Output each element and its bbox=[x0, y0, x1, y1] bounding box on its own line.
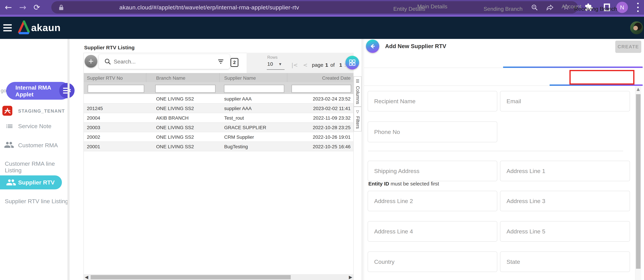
browser-menu-kebab-icon[interactable] bbox=[637, 3, 639, 12]
address-line-5-field bbox=[500, 221, 630, 242]
people-icon bbox=[4, 140, 14, 149]
filter-input-created-date[interactable] bbox=[292, 85, 351, 93]
url-text: akaun.cloud/#/applet/tnt/wavelet/erp/int… bbox=[119, 1, 299, 13]
add-record-button[interactable]: + bbox=[85, 55, 97, 68]
phone-no-input[interactable] bbox=[368, 122, 497, 142]
browser-forward-icon[interactable]: → bbox=[19, 0, 26, 15]
country-input[interactable] bbox=[368, 252, 497, 272]
address-line-2-field bbox=[368, 191, 497, 211]
filter-funnel-icon: ▽ bbox=[356, 110, 360, 114]
sidebar-collapse-button[interactable] bbox=[59, 83, 74, 98]
people-icon-white bbox=[6, 178, 16, 187]
subtab-receiving-branch[interactable]: Receiving Branch bbox=[574, 6, 617, 12]
table-row[interactable]: ONE LIVING SS2 supplier AAA 2023-02-24 2… bbox=[84, 94, 353, 104]
table-row[interactable]: 201245 ONE LIVING SS2 supplier AAA 2023-… bbox=[84, 104, 353, 113]
email-field bbox=[500, 91, 630, 111]
plus-icon: + bbox=[88, 56, 94, 66]
email-input[interactable] bbox=[500, 91, 630, 111]
nav-menu-icon[interactable] bbox=[2, 23, 13, 32]
akaun-logo-icon bbox=[17, 20, 30, 35]
table-row[interactable]: 20001 ONE LIVING SS2 BugTesting 2022-10-… bbox=[84, 142, 353, 151]
tenant-logo-icon bbox=[2, 106, 12, 116]
total-pages: 1 bbox=[339, 62, 342, 68]
address-line-1-input[interactable] bbox=[500, 161, 630, 181]
sidebar-item-supplier-rtv-label: Supplier RTV bbox=[18, 179, 54, 186]
column-header-supplier-name[interactable]: Supplier Name bbox=[224, 75, 256, 81]
chevron-down-icon[interactable]: ▾ bbox=[279, 61, 281, 67]
vscroll-thumb[interactable] bbox=[636, 94, 640, 269]
entity-id-hint: Entity ID must be selected first bbox=[368, 181, 439, 187]
sidebar-item-supplier-rtv-line-listing[interactable]: Supplier RTV line Listing bbox=[5, 198, 68, 205]
current-page: 1 bbox=[325, 62, 328, 68]
address-line-2-input[interactable] bbox=[368, 191, 497, 211]
recipient-name-field bbox=[368, 91, 497, 111]
table-row[interactable]: 20003 ONE LIVING SS2 GRACE SUPPLIER 2022… bbox=[84, 123, 353, 132]
tenant-name: STAGING_TENANT bbox=[18, 109, 65, 114]
column-header-created-date[interactable]: Created Date bbox=[322, 75, 350, 81]
table-header-row: Supplier RTV No Branch Name Supplier Nam… bbox=[84, 73, 353, 82]
address-line-3-field bbox=[500, 191, 630, 211]
shipping-address-input[interactable] bbox=[368, 161, 497, 181]
filter-list-icon[interactable] bbox=[217, 58, 224, 65]
table-row[interactable]: 20002 ONE LIVING SS2 CRM Supplier 2022-1… bbox=[84, 132, 353, 142]
panel-divider bbox=[362, 39, 362, 280]
address-line-3-input[interactable] bbox=[500, 191, 630, 211]
browser-profile-badge[interactable]: N bbox=[616, 2, 628, 13]
prev-page-button[interactable]: < bbox=[303, 62, 308, 68]
state-field bbox=[500, 252, 630, 272]
filters-side-tab[interactable]: ▽ Filters bbox=[354, 107, 362, 132]
active-tab-underline bbox=[503, 67, 643, 68]
table-filter-row bbox=[84, 82, 353, 94]
grid-icon bbox=[349, 59, 356, 66]
scroll-up-icon[interactable]: ▲ bbox=[635, 87, 641, 91]
sidebar-scrollbar[interactable] bbox=[68, 39, 70, 280]
filter-input-supplier-name[interactable] bbox=[224, 85, 284, 93]
filter-input-branch-name[interactable] bbox=[155, 85, 216, 93]
grid-view-button[interactable] bbox=[346, 56, 359, 69]
sidebar-item-customer-rma-line-listing[interactable]: Customer RMA line Listing bbox=[5, 160, 70, 174]
entity-id-hint-rest: must be selected first bbox=[389, 181, 439, 186]
search-box bbox=[99, 54, 230, 69]
app-navbar: akaun bbox=[0, 17, 644, 39]
address-line-1-field bbox=[500, 161, 630, 181]
lock-icon bbox=[58, 4, 64, 11]
first-page-button[interactable]: |< bbox=[292, 62, 298, 68]
country-field bbox=[368, 252, 497, 272]
hscroll-thumb[interactable] bbox=[91, 275, 291, 279]
sidebar-item-service-note[interactable]: Service Note bbox=[18, 123, 52, 130]
address-line-4-input[interactable] bbox=[368, 221, 497, 241]
page-title: Supplier RTV Listing bbox=[84, 45, 134, 50]
duplicate-view-icon[interactable]: 2 bbox=[230, 58, 238, 67]
search-input[interactable] bbox=[114, 59, 203, 65]
pagination-toolbar bbox=[246, 53, 354, 73]
panel-title: Add New Supplier RTV bbox=[385, 43, 446, 49]
rows-select-underline bbox=[267, 69, 284, 70]
create-button[interactable]: CREATE bbox=[615, 41, 641, 53]
address-line-5-input[interactable] bbox=[500, 221, 630, 241]
browser-reload-icon[interactable]: ⟳ bbox=[34, 0, 40, 15]
rows-per-page-label: Rows bbox=[267, 55, 278, 60]
back-button[interactable] bbox=[366, 40, 379, 53]
subtab-sending-branch[interactable]: Sending Branch bbox=[484, 6, 522, 12]
column-header-branch-name[interactable]: Branch Name bbox=[156, 75, 185, 81]
page-word: page bbox=[312, 62, 323, 68]
scroll-left-icon[interactable]: ◀ bbox=[85, 275, 88, 280]
filter-input-supplier-rtv-no[interactable] bbox=[88, 85, 144, 93]
zoom-out-icon[interactable] bbox=[531, 4, 538, 11]
columns-side-tab[interactable]: ☰ Columns bbox=[354, 76, 362, 107]
scroll-right-icon[interactable]: ▶ bbox=[349, 275, 352, 280]
share-icon[interactable] bbox=[546, 3, 554, 11]
annotation-highlight-box bbox=[570, 70, 634, 85]
recipient-name-input[interactable] bbox=[368, 91, 497, 111]
column-header-supplier-rtv-no[interactable]: Supplier RTV No bbox=[87, 75, 123, 81]
browser-chrome: ← → ⟳ akaun.cloud/#/applet/tnt/wavelet/e… bbox=[0, 0, 644, 15]
sidebar-item-customer-rma[interactable]: Customer RMA bbox=[18, 142, 58, 149]
table-row[interactable]: 20004 AKIB BRANCH Test_rout 2022-11-09 2… bbox=[84, 113, 353, 123]
columns-icon: ☰ bbox=[355, 79, 360, 84]
state-input[interactable] bbox=[500, 252, 630, 272]
browser-back-icon[interactable]: ← bbox=[5, 0, 12, 15]
user-avatar-image[interactable] bbox=[630, 21, 644, 35]
rows-per-page-select[interactable]: 10 bbox=[267, 61, 273, 67]
menu-collapse-icon bbox=[62, 87, 71, 94]
subtab-entity-details[interactable]: Entity Details bbox=[393, 6, 425, 12]
